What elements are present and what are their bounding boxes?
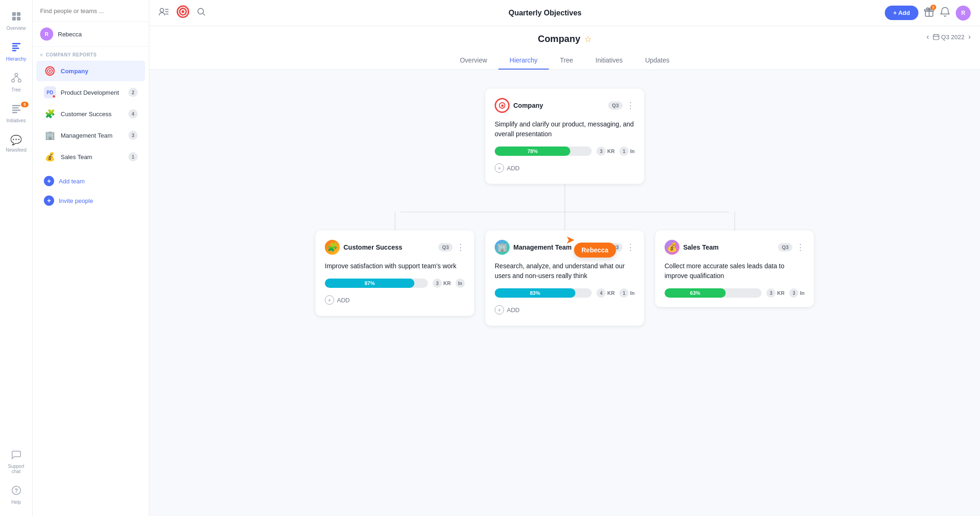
nav-item-newsfeed[interactable]: 💬 Newsfeed (2, 131, 30, 156)
company-in-count: 1 (619, 146, 629, 156)
tab-overview[interactable]: Overview (448, 52, 498, 70)
nav-label-newsfeed: Newsfeed (6, 147, 26, 153)
tree-top: Company Q3 ⋮ Simplify and clarify our pr… (485, 89, 644, 184)
nav-label-hierarchy: Hierarchy (6, 56, 26, 62)
company-kr-badge: 3 KR (596, 146, 615, 156)
star-icon[interactable]: ☆ (584, 34, 592, 44)
company-add-button[interactable]: + ADD (495, 161, 635, 174)
company-menu-button[interactable]: ⋮ (626, 100, 635, 111)
sidebar-item-sales-team[interactable]: 💰 Sales Team 1 (36, 146, 145, 167)
sidebar: R Rebecca ≡ COMPANY REPORTS Company PD P… (33, 0, 149, 516)
search-container[interactable] (33, 0, 149, 22)
team-list-icon[interactable] (159, 7, 169, 18)
product-dev-label: Product Development (61, 89, 124, 96)
cs-progress-bar-container: 87% (325, 279, 428, 288)
hierarchy-icon (11, 42, 21, 55)
mt-add-label: ADD (507, 307, 519, 314)
search-input[interactable] (40, 7, 141, 14)
header-title: Quarterly Objectives (213, 9, 877, 17)
cs-kr-count: 3 (433, 279, 442, 288)
cs-menu-button[interactable]: ⋮ (456, 242, 465, 252)
cs-add-button[interactable]: + ADD (325, 293, 465, 307)
search-icon[interactable] (197, 7, 205, 18)
target-logo-icon (176, 5, 189, 21)
nav-item-overview[interactable]: Overview (2, 7, 30, 35)
mt-add-circle-icon: + (495, 305, 504, 314)
child-connector-mt (565, 212, 565, 230)
cs-team-name: Customer Success (343, 244, 434, 251)
svg-line-12 (16, 76, 20, 79)
st-kr-badge: 3 KR (766, 288, 784, 298)
nav-label-support-chat: Support chat (4, 464, 28, 474)
header-icons (159, 5, 205, 21)
customer-success-label: Customer Success (61, 111, 124, 118)
mt-add-button[interactable]: + ADD (495, 303, 635, 316)
st-progress-bar-container: 63% (665, 288, 762, 298)
svg-line-11 (13, 76, 16, 79)
invite-people-button[interactable]: + Invite people (36, 191, 145, 210)
initiatives-icon (11, 104, 21, 116)
page-content: Company ☆ ‹ Q3 2022 › Overview Hierarchy… (149, 26, 980, 516)
sales-team-count: 1 (128, 152, 138, 161)
management-team-icon: 🏢 (44, 129, 56, 141)
overview-icon (11, 11, 21, 24)
sidebar-item-product-dev[interactable]: PD Product Development 2 (36, 82, 145, 103)
company-kr-count: 3 (596, 146, 606, 156)
st-menu-button[interactable]: ⋮ (796, 242, 805, 252)
mt-team-icon: 🏢 (495, 240, 510, 255)
tab-tree[interactable]: Tree (549, 52, 584, 70)
customer-success-card: 🧩 Customer Success Q3 ⋮ Improve satisfac… (315, 230, 474, 316)
tab-updates[interactable]: Updates (634, 52, 680, 70)
nav-item-tree[interactable]: Tree (2, 69, 30, 96)
svg-point-28 (182, 10, 184, 13)
nav-label-tree: Tree (11, 87, 21, 92)
nav-help[interactable]: ? Help (2, 481, 30, 509)
next-quarter-button[interactable]: › (968, 33, 971, 41)
mt-progress-bar: 83% (495, 288, 575, 298)
mt-menu-button[interactable]: ⋮ (626, 242, 635, 252)
svg-rect-3 (17, 17, 21, 21)
svg-rect-7 (12, 50, 16, 51)
add-button[interactable]: + Add (885, 6, 918, 20)
svg-rect-16 (12, 112, 17, 113)
st-team-name: Sales Team (683, 244, 774, 251)
page-title-row: Company ☆ (538, 34, 591, 44)
gift-badge: 3 (931, 5, 936, 10)
section-label: ≡ COMPANY REPORTS (33, 47, 149, 60)
cs-add-label: ADD (337, 297, 350, 304)
hierarchy-canvas: Company Q3 ⋮ Simplify and clarify our pr… (149, 70, 980, 350)
notification-icon[interactable] (940, 7, 950, 19)
tab-hierarchy[interactable]: Hierarchy (498, 52, 549, 70)
add-team-button[interactable]: + Add team (36, 172, 145, 190)
tab-initiatives[interactable]: Initiatives (584, 52, 634, 70)
prev-quarter-button[interactable]: ‹ (926, 33, 929, 41)
cs-team-icon: 🧩 (325, 240, 340, 255)
nav-support-chat[interactable]: Support chat (2, 446, 30, 478)
child-wrapper-sales-team: 💰 Sales Team Q3 ⋮ Collect more accurate … (655, 212, 814, 307)
mt-progress-row: 83% 4 KR 1 In (495, 288, 635, 298)
sidebar-item-management-team[interactable]: 🏢 Management Team 3 (36, 125, 145, 146)
svg-rect-6 (12, 48, 19, 49)
newsfeed-icon: 💬 (10, 134, 22, 146)
st-objective: Collect more accurate sales leads data t… (665, 261, 805, 281)
gift-icon[interactable]: 3 (924, 7, 934, 19)
sales-team-icon: 💰 (44, 151, 56, 163)
quarter-nav: ‹ Q3 2022 › (926, 33, 971, 41)
svg-rect-14 (12, 107, 19, 109)
cs-objective: Improve satisfaction with support team's… (325, 261, 465, 271)
cs-progress-row: 87% 3 KR In (325, 279, 465, 288)
nav-label-initiatives: Initiatives (7, 118, 26, 123)
company-add-label: ADD (507, 165, 519, 172)
sidebar-item-company[interactable]: Company (36, 61, 145, 81)
svg-point-9 (12, 79, 14, 82)
nav-item-hierarchy[interactable]: Hierarchy (2, 38, 30, 65)
nav-item-initiatives[interactable]: 5 Initiatives (2, 100, 30, 127)
sidebar-item-customer-success[interactable]: 🧩 Customer Success 4 (36, 104, 145, 124)
add-team-icon: + (44, 176, 54, 186)
user-avatar-header[interactable]: R (956, 6, 971, 21)
mt-in-badge: 1 In (619, 288, 635, 298)
cs-progress-bar: 87% (325, 279, 414, 288)
cs-card-header: 🧩 Customer Success Q3 ⋮ (325, 240, 465, 255)
svg-rect-15 (12, 110, 21, 111)
sidebar-user[interactable]: R Rebecca (33, 22, 149, 47)
